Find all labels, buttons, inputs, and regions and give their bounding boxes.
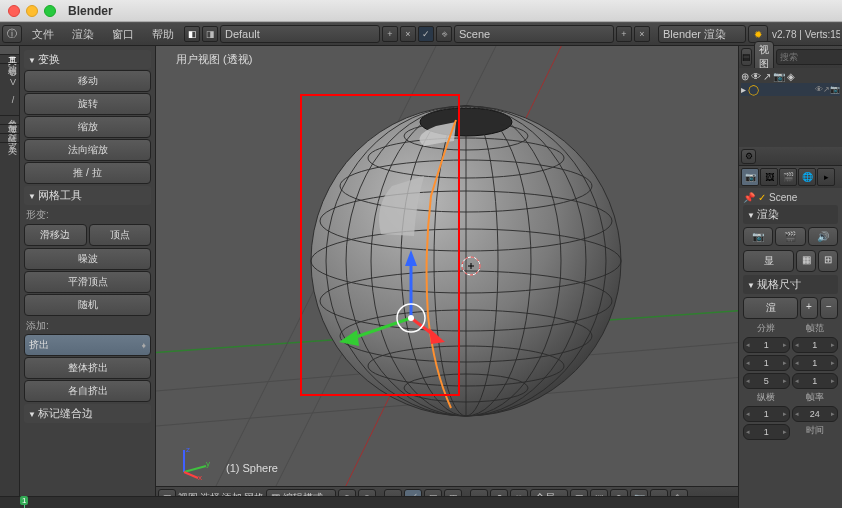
stats-text: v2.78 | Verts:15 xyxy=(772,29,840,40)
scene-link-icon[interactable]: ⎆ xyxy=(436,26,452,42)
render-panel-header[interactable]: 渲染 xyxy=(743,205,838,224)
scene-remove-icon[interactable]: × xyxy=(634,26,650,42)
minimize-window-icon[interactable] xyxy=(26,5,38,17)
res-x-field[interactable]: 1 xyxy=(743,337,790,353)
translate-button[interactable]: 移动 xyxy=(24,70,151,92)
scene-add-icon[interactable]: + xyxy=(616,26,632,42)
outliner-item-scene: ⊕👁↗📷◈ xyxy=(741,70,840,83)
aspect-y-field[interactable]: 1 xyxy=(743,424,790,440)
res-y-field[interactable]: 1 xyxy=(743,355,790,371)
pin-icon[interactable]: 📌 xyxy=(743,192,755,203)
tab-tools[interactable]: 工具 xyxy=(0,46,19,55)
outliner-editor-icon[interactable]: ▤ xyxy=(741,48,752,66)
svg-line-40 xyxy=(184,472,198,478)
sphere-object[interactable] xyxy=(296,86,636,426)
preset-remove-icon[interactable]: − xyxy=(820,297,838,319)
preset-add-icon[interactable]: + xyxy=(800,297,818,319)
scene-dropdown[interactable]: Scene xyxy=(454,25,614,43)
window-title: Blender xyxy=(68,4,113,18)
scene-name: Scene xyxy=(769,192,797,203)
extrude-individual-button[interactable]: 各自挤出 xyxy=(24,380,151,402)
mesh-tools-panel-header[interactable]: 网格工具 xyxy=(24,186,151,205)
add-label: 添加: xyxy=(26,319,151,333)
right-column: ▤ 视图 ⊕👁↗📷◈ ▸◯👁↗📷 ⚙ 📷 🖼 🎬 🌐 ▸ xyxy=(738,46,842,508)
scene-label: Scene xyxy=(459,28,490,40)
display-opt1-icon[interactable]: ▦ xyxy=(796,250,816,272)
outliner-search-input[interactable] xyxy=(776,49,842,65)
fps-field[interactable]: 24 xyxy=(792,406,839,422)
aspect-x-field[interactable]: 1 xyxy=(743,406,790,422)
close-window-icon[interactable] xyxy=(8,5,20,17)
display-opt2-icon[interactable]: ⊞ xyxy=(818,250,838,272)
3d-viewport[interactable]: 用户视图 (透视) xyxy=(156,46,738,508)
frame-start-field[interactable]: 1 xyxy=(792,337,839,353)
tab-shading-uv[interactable]: UV / 着色 xyxy=(0,64,19,116)
svg-text:x: x xyxy=(198,473,202,480)
layout-next-icon[interactable]: ◨ xyxy=(202,26,218,42)
menu-window[interactable]: 窗口 xyxy=(104,27,142,42)
properties-editor: 📷 🖼 🎬 🌐 ▸ 📌 ✓ Scene 渲染 📷 🎬 🔊 xyxy=(739,166,842,508)
display-dropdown[interactable]: 显 xyxy=(743,250,794,272)
render-preset-dropdown[interactable]: 渲 xyxy=(743,297,798,319)
properties-body: 📌 ✓ Scene 渲染 📷 🎬 🔊 显 ▦ ⊞ 规格尺寸 渲 xyxy=(739,188,842,508)
info-editor-icon[interactable]: ⓘ xyxy=(2,25,22,43)
outliner-header: ▤ 视图 xyxy=(739,46,842,68)
randomize-button[interactable]: 随机 xyxy=(24,294,151,316)
frame-step-field[interactable]: 1 xyxy=(792,373,839,389)
axis-gizmo: z y x xyxy=(176,444,212,480)
tab-relations[interactable]: 关系 xyxy=(0,134,19,143)
svg-point-35 xyxy=(408,315,414,321)
prop-tab-scene[interactable]: 🎬 xyxy=(779,168,797,186)
layout-dropdown[interactable]: Default xyxy=(220,25,380,43)
render-audio-button[interactable]: 🔊 xyxy=(808,227,838,246)
timeline[interactable]: 1 xyxy=(0,496,738,508)
noise-button[interactable]: 噪波 xyxy=(24,248,151,270)
render-animation-button[interactable]: 🎬 xyxy=(775,227,805,246)
layout-remove-icon[interactable]: × xyxy=(400,26,416,42)
prop-tab-more[interactable]: ▸ xyxy=(817,168,835,186)
svg-text:y: y xyxy=(206,459,210,468)
menu-file[interactable]: 文件 xyxy=(24,27,62,42)
normal-scale-button[interactable]: 法向缩放 xyxy=(24,139,151,161)
menu-render[interactable]: 渲染 xyxy=(64,27,102,42)
frame-end-field[interactable]: 1 xyxy=(792,355,839,371)
edge-slide-button[interactable]: 滑移边 xyxy=(24,224,87,246)
window-titlebar: Blender xyxy=(0,0,842,22)
maximize-window-icon[interactable] xyxy=(44,5,56,17)
scale-button[interactable]: 缩放 xyxy=(24,116,151,138)
render-image-button[interactable]: 📷 xyxy=(743,227,773,246)
scene-browse-icon[interactable]: ✓ xyxy=(418,26,434,42)
mark-seam-header[interactable]: 标记缝合边 xyxy=(24,404,151,423)
toolshelf-tabs: 工具 创建 UV / 着色 选项 蜡笔 关系 xyxy=(0,46,20,508)
layout-add-icon[interactable]: + xyxy=(382,26,398,42)
svg-line-38 xyxy=(184,466,206,472)
tab-grease-pencil[interactable]: 蜡笔 xyxy=(0,125,19,134)
tab-options[interactable]: 选项 xyxy=(0,116,19,125)
outliner-tree[interactable]: ⊕👁↗📷◈ ▸◯👁↗📷 xyxy=(739,68,842,147)
smooth-vertex-button[interactable]: 平滑顶点 xyxy=(24,271,151,293)
outliner: ▤ 视图 ⊕👁↗📷◈ ▸◯👁↗📷 ⚙ xyxy=(739,46,842,166)
render-engine-dropdown[interactable]: Blender 渲染 xyxy=(658,25,746,43)
extrude-all-button[interactable]: 整体挤出 xyxy=(24,357,151,379)
rotate-button[interactable]: 旋转 xyxy=(24,93,151,115)
push-pull-button[interactable]: 推 / 拉 xyxy=(24,162,151,184)
prop-tab-world[interactable]: 🌐 xyxy=(798,168,816,186)
prop-tab-render[interactable]: 📷 xyxy=(741,168,759,186)
dimensions-panel-header[interactable]: 规格尺寸 xyxy=(743,275,838,294)
prop-tab-render-layers[interactable]: 🖼 xyxy=(760,168,778,186)
active-object-label: (1) Sphere xyxy=(226,462,278,474)
layout-prev-icon[interactable]: ◧ xyxy=(184,26,200,42)
resolution-label: 分辨 xyxy=(743,322,790,335)
extrude-button[interactable]: 挤出 xyxy=(24,334,151,356)
timeline-frame-number: 1 xyxy=(20,496,28,505)
deform-label: 形变: xyxy=(26,208,151,222)
transform-panel-header[interactable]: 变换 xyxy=(24,50,151,69)
vertex-button[interactable]: 顶点 xyxy=(89,224,152,246)
res-percent-field[interactable]: 5 xyxy=(743,373,790,389)
time-remap-label: 时间 xyxy=(792,424,839,440)
frame-range-label: 帧范 xyxy=(792,322,839,335)
filter-icon[interactable]: ⚙ xyxy=(741,149,756,164)
menu-help[interactable]: 帮助 xyxy=(144,27,182,42)
tab-create[interactable]: 创建 xyxy=(0,55,19,64)
svg-text:z: z xyxy=(186,445,190,454)
